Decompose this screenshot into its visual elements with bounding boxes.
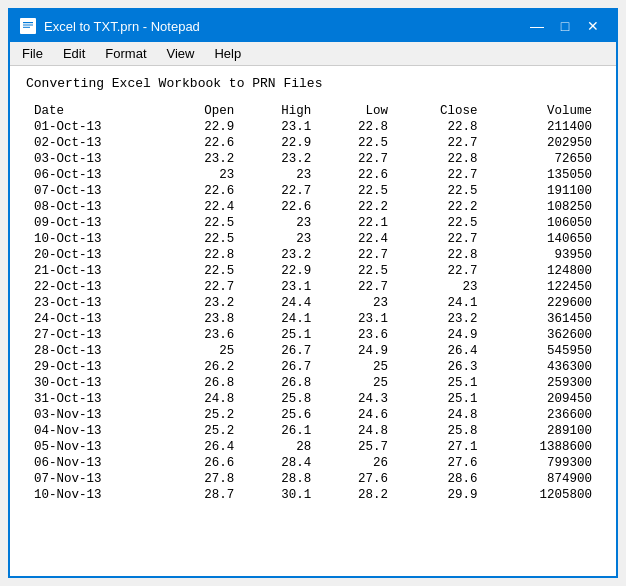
cell-2-1: 23.2 (166, 151, 243, 167)
cell-3-3: 22.6 (319, 167, 396, 183)
cell-5-0: 08-Oct-13 (26, 199, 166, 215)
table-row: 03-Nov-1325.225.624.624.8236600 (26, 407, 600, 423)
table-row: 22-Oct-1322.723.122.723122450 (26, 279, 600, 295)
table-row: 31-Oct-1324.825.824.325.1209450 (26, 391, 600, 407)
cell-3-1: 23 (166, 167, 243, 183)
cell-12-2: 24.1 (242, 311, 319, 327)
document-title: Converting Excel Workbook to PRN Files (26, 76, 600, 91)
cell-17-5: 209450 (485, 391, 600, 407)
cell-16-5: 259300 (485, 375, 600, 391)
cell-2-4: 22.8 (396, 151, 485, 167)
table-row: 29-Oct-1326.226.72526.3436300 (26, 359, 600, 375)
svg-rect-0 (21, 19, 35, 33)
table-row: 21-Oct-1322.522.922.522.7124800 (26, 263, 600, 279)
cell-19-4: 25.8 (396, 423, 485, 439)
cell-22-4: 28.6 (396, 471, 485, 487)
cell-18-0: 03-Nov-13 (26, 407, 166, 423)
cell-7-1: 22.5 (166, 231, 243, 247)
cell-0-0: 01-Oct-13 (26, 119, 166, 135)
table-body: 01-Oct-1322.923.122.822.821140002-Oct-13… (26, 119, 600, 503)
cell-8-0: 20-Oct-13 (26, 247, 166, 263)
table-row: 09-Oct-1322.52322.122.5106050 (26, 215, 600, 231)
cell-15-2: 26.7 (242, 359, 319, 375)
menu-item-edit[interactable]: Edit (55, 44, 93, 63)
cell-23-4: 29.9 (396, 487, 485, 503)
svg-rect-3 (23, 27, 30, 28)
cell-15-5: 436300 (485, 359, 600, 375)
table-row: 02-Oct-1322.622.922.522.7202950 (26, 135, 600, 151)
cell-17-3: 24.3 (319, 391, 396, 407)
cell-8-1: 22.8 (166, 247, 243, 263)
cell-9-0: 21-Oct-13 (26, 263, 166, 279)
column-header-open: Open (166, 103, 243, 119)
column-header-date: Date (26, 103, 166, 119)
table-row: 27-Oct-1323.625.123.624.9362600 (26, 327, 600, 343)
cell-17-1: 24.8 (166, 391, 243, 407)
cell-17-2: 25.8 (242, 391, 319, 407)
svg-rect-2 (23, 25, 33, 26)
cell-20-5: 1388600 (485, 439, 600, 455)
cell-17-0: 31-Oct-13 (26, 391, 166, 407)
table-row: 06-Nov-1326.628.42627.6799300 (26, 455, 600, 471)
cell-14-2: 26.7 (242, 343, 319, 359)
menu-item-file[interactable]: File (14, 44, 51, 63)
cell-5-3: 22.2 (319, 199, 396, 215)
menu-item-view[interactable]: View (159, 44, 203, 63)
cell-23-2: 30.1 (242, 487, 319, 503)
cell-9-5: 124800 (485, 263, 600, 279)
cell-10-3: 22.7 (319, 279, 396, 295)
cell-4-0: 07-Oct-13 (26, 183, 166, 199)
cell-18-1: 25.2 (166, 407, 243, 423)
table-row: 28-Oct-132526.724.926.4545950 (26, 343, 600, 359)
cell-4-4: 22.5 (396, 183, 485, 199)
cell-18-3: 24.6 (319, 407, 396, 423)
cell-22-2: 28.8 (242, 471, 319, 487)
cell-14-4: 26.4 (396, 343, 485, 359)
cell-12-1: 23.8 (166, 311, 243, 327)
cell-5-5: 108250 (485, 199, 600, 215)
cell-20-2: 28 (242, 439, 319, 455)
cell-4-2: 22.7 (242, 183, 319, 199)
cell-8-3: 22.7 (319, 247, 396, 263)
table-row: 01-Oct-1322.923.122.822.8211400 (26, 119, 600, 135)
cell-0-3: 22.8 (319, 119, 396, 135)
maximize-button[interactable]: □ (552, 16, 578, 36)
table-row: 30-Oct-1326.826.82525.1259300 (26, 375, 600, 391)
cell-0-2: 23.1 (242, 119, 319, 135)
menu-item-format[interactable]: Format (97, 44, 154, 63)
title-controls: — □ ✕ (524, 16, 606, 36)
column-header-close: Close (396, 103, 485, 119)
cell-8-5: 93950 (485, 247, 600, 263)
table-row: 23-Oct-1323.224.42324.1229600 (26, 295, 600, 311)
cell-22-0: 07-Nov-13 (26, 471, 166, 487)
cell-21-5: 799300 (485, 455, 600, 471)
minimize-button[interactable]: — (524, 16, 550, 36)
cell-11-4: 24.1 (396, 295, 485, 311)
cell-11-5: 229600 (485, 295, 600, 311)
cell-13-5: 362600 (485, 327, 600, 343)
cell-21-4: 27.6 (396, 455, 485, 471)
close-button[interactable]: ✕ (580, 16, 606, 36)
cell-18-5: 236600 (485, 407, 600, 423)
svg-rect-1 (23, 22, 33, 23)
cell-0-1: 22.9 (166, 119, 243, 135)
cell-17-4: 25.1 (396, 391, 485, 407)
table-row: 10-Nov-1328.730.128.229.91205800 (26, 487, 600, 503)
cell-1-3: 22.5 (319, 135, 396, 151)
cell-13-0: 27-Oct-13 (26, 327, 166, 343)
cell-10-0: 22-Oct-13 (26, 279, 166, 295)
cell-15-3: 25 (319, 359, 396, 375)
main-window: Excel to TXT.prn - Notepad — □ ✕ FileEdi… (8, 8, 618, 578)
cell-7-3: 22.4 (319, 231, 396, 247)
cell-9-1: 22.5 (166, 263, 243, 279)
cell-21-2: 28.4 (242, 455, 319, 471)
cell-19-3: 24.8 (319, 423, 396, 439)
cell-16-3: 25 (319, 375, 396, 391)
table-row: 08-Oct-1322.422.622.222.2108250 (26, 199, 600, 215)
cell-4-1: 22.6 (166, 183, 243, 199)
cell-10-2: 23.1 (242, 279, 319, 295)
cell-21-1: 26.6 (166, 455, 243, 471)
cell-7-0: 10-Oct-13 (26, 231, 166, 247)
menu-item-help[interactable]: Help (206, 44, 249, 63)
table-row: 06-Oct-13232322.622.7135050 (26, 167, 600, 183)
